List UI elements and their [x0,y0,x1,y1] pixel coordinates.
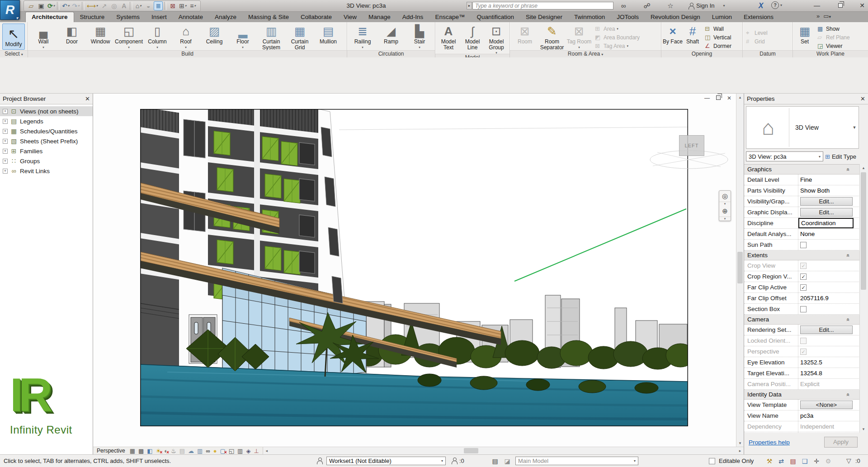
property-checkbox[interactable] [800,306,807,312]
ribbon-button[interactable]: Tag Room ▾ [566,23,593,50]
view-control-icon[interactable] [206,448,210,454]
ribbon-tab[interactable]: Extensions [738,12,779,22]
properties-help-link[interactable]: Properties help [749,439,790,446]
ribbon-tab[interactable]: JOTools [611,12,645,22]
property-row[interactable]: Crop Region V... « [744,271,860,282]
property-row[interactable]: Camera « [744,315,860,325]
ribbon-button[interactable]: Mullion ▾ [314,23,342,50]
design-option-combo[interactable]: Main Model ▾ [515,457,638,465]
work-plane-panel-label[interactable]: Work Plane▾ [793,50,868,57]
tree-expand-icon[interactable]: + [3,119,8,124]
ribbon-tab[interactable]: Site Designer [520,12,568,22]
qat-button[interactable]: ▾ [27,1,36,10]
ribbon-tab[interactable]: Systems [110,12,146,22]
ribbon-tab[interactable]: Manage [363,12,396,22]
property-row[interactable]: Sun Path « [744,240,860,250]
ribbon-tab[interactable]: Architecture [25,12,74,22]
properties-header[interactable]: Properties ✕ [744,94,868,104]
apply-button[interactable]: Apply [824,437,858,448]
type-selector[interactable]: ⌂ 3D View ▼ [746,106,859,149]
property-row[interactable]: Graphic Displa... Edit... Edit... « [744,207,860,218]
qat-button[interactable]: ▾ [109,1,118,10]
ribbon-small-button[interactable]: Wall ▾ [703,24,733,33]
status-icon[interactable] [765,457,774,466]
view-control-icon[interactable] [147,448,152,454]
qat-button[interactable]: ▾ [164,2,167,10]
sign-in-button[interactable]: Sign In ▾ [688,1,725,10]
status-icon[interactable] [824,457,833,466]
edit-type-button[interactable]: ⊞ Edit Type [825,151,867,161]
ribbon-small-button[interactable]: Ref Plane ▾ [816,33,852,42]
tree-expand-icon[interactable]: + [3,169,8,174]
drawing-area[interactable]: — ✕ LEFT ◎ ▾ ⊕ ▾ ▴ ▾ [93,94,744,454]
qat-button[interactable]: ▾ [99,1,108,10]
ribbon-button[interactable]: By Face ▾ [663,23,683,50]
ribbon-small-button[interactable]: Vertical ▾ [703,33,733,42]
ribbon-small-button[interactable]: Level ▾ [744,28,769,37]
view-control-icon[interactable] [197,448,203,454]
zoom-tool-icon[interactable]: ⊕ [719,206,731,217]
view-minimize-icon[interactable]: — [704,95,710,101]
view-control-icon[interactable] [188,448,194,454]
ribbon-button[interactable]: Model Text ▾ [437,23,460,54]
view-control-icon[interactable] [171,448,176,454]
tree-expand-icon[interactable]: + [3,109,8,114]
ribbon-button[interactable]: Component ▾ [115,23,143,50]
qat-button[interactable]: ▾ [57,2,60,10]
application-menu-button[interactable]: R ▾ [0,0,20,20]
section-collapse-icon[interactable]: « [845,168,852,171]
active-option-only-icon[interactable] [503,457,512,466]
property-row[interactable]: Locked Orient... « [744,335,860,346]
qat-button[interactable]: ▾ [71,1,80,10]
horizontal-scrollbar[interactable] [270,447,736,455]
datum-panel-label[interactable]: Datum▾ [743,50,793,57]
ribbon-tab[interactable]: Revolution Design [645,12,706,22]
qat-button[interactable]: ▾ [168,1,177,10]
properties-scrollbar[interactable]: ▴ ▾ [859,164,867,433]
property-row[interactable]: Camera Positi... Explicit Explicit « [744,379,860,390]
property-row[interactable]: View Name pc3a pc3a « [744,410,860,421]
properties-close-icon[interactable]: ✕ [860,95,865,102]
viewport-3d-scene[interactable] [140,109,688,426]
status-icon[interactable] [777,457,786,466]
ribbon-button[interactable]: Shaft ▾ [683,23,703,50]
steering-wheel-arrow-icon[interactable]: ▾ [719,202,731,206]
horizontal-scroll-thumb[interactable] [464,448,478,453]
scroll-right-icon[interactable]: ▸ [736,448,744,453]
view-control-icon[interactable] [220,448,226,454]
property-row[interactable]: Crop View « [744,260,860,271]
scroll-down-icon[interactable]: ▾ [736,439,744,447]
ribbon-button[interactable]: Ramp ▾ [377,23,405,50]
type-selector-arrow-icon[interactable]: ▼ [850,125,859,130]
selection-filter-icon[interactable]: ▽ [846,455,851,467]
favorites-star-icon[interactable]: ☆ [664,1,677,10]
design-options-dialog-icon[interactable] [491,457,500,466]
scroll-up-icon[interactable]: ▴ [860,164,867,171]
property-row[interactable]: Graphics « [744,165,860,175]
ribbon-button[interactable]: Ceiling ▾ [200,23,228,50]
property-checkbox[interactable] [800,242,807,248]
ribbon-button[interactable]: Floor ▾ [229,23,257,50]
ribbon-button[interactable]: Model Line ▾ [461,23,484,54]
property-row[interactable]: Section Box « [744,304,860,315]
status-icon[interactable] [800,457,809,466]
view-control-icon[interactable] [213,448,217,454]
communication-center-icon[interactable]: ☍ [640,1,654,10]
tree-item[interactable]: + Revit Links [0,166,93,176]
property-row[interactable]: Far Clip Offset 2057116.9 2057116.9 « [744,293,860,304]
ribbon-tab[interactable]: Insert [146,12,173,22]
tree-item[interactable]: + Schedules/Quantities [0,126,93,136]
property-row[interactable]: Dependency Independent Independent « [744,421,860,432]
status-icon[interactable] [788,457,797,466]
ribbon-tab[interactable]: Add-Ins [396,12,429,22]
tree-item[interactable]: + Families [0,146,93,156]
view-control-icon[interactable] [156,448,161,454]
view-control-icon[interactable] [138,448,144,454]
tree-item[interactable]: + Groups [0,156,93,166]
ribbon-small-button[interactable]: Tag Area ▾ [593,42,642,50]
view-control-icon[interactable] [229,448,234,454]
property-row[interactable]: Eye Elevation 13252.5 13252.5 « [744,357,860,368]
ribbon-small-button[interactable]: Show ▾ [816,24,852,33]
build-panel-label[interactable]: Build▾ [28,50,347,57]
property-checkbox[interactable] [800,349,807,355]
